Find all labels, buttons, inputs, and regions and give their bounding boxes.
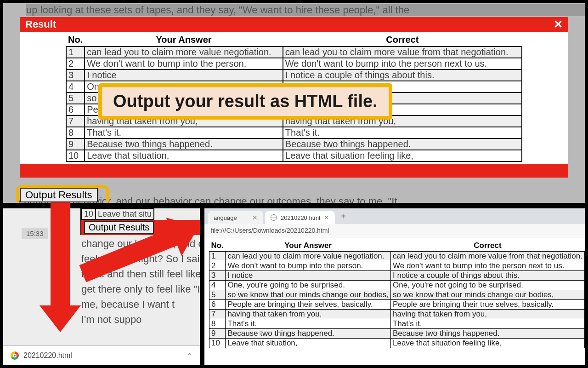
mini-no: 10 — [82, 209, 96, 219]
close-icon[interactable]: ✕ — [554, 18, 563, 31]
cell-your-answer: having that taken from you, — [226, 310, 391, 319]
cell-correct: That's it. — [283, 127, 522, 138]
table-row: 6People are bringing their selves, basic… — [209, 300, 585, 310]
close-icon[interactable]: ✕ — [252, 214, 258, 221]
table-row: 9Because two things happened.Because two… — [66, 138, 522, 150]
cell-no: 7 — [66, 115, 85, 127]
cell-your-answer: I notice — [226, 271, 391, 281]
col-correct: Correct — [390, 241, 584, 252]
cell-correct: can lead you to claim more value from th… — [390, 252, 584, 261]
chevron-up-icon[interactable]: ⌃ — [187, 352, 192, 359]
cell-no: 3 — [66, 69, 85, 81]
new-tab-button[interactable]: + — [337, 211, 350, 222]
table-row: 10Leave that situation,Leave that situat… — [209, 339, 585, 348]
cell-no: 6 — [209, 300, 226, 310]
col-no: No. — [66, 34, 85, 46]
cell-no: 8 — [66, 127, 85, 138]
cell-your-answer: That's it. — [226, 319, 391, 329]
cell-your-answer: People are bringing their selves, basica… — [226, 300, 391, 310]
tab-label: 20210220.html — [281, 214, 320, 221]
cell-your-answer: Leave that situation, — [85, 150, 283, 161]
table-row: 9Because two things happened.Because two… — [209, 329, 585, 339]
cell-no: 9 — [209, 329, 226, 339]
opened-file-panel: anguage ✕ 20210220.html ✕ + file:///C:/U… — [203, 207, 586, 366]
close-icon[interactable]: ✕ — [324, 214, 329, 221]
cell-correct: Because two things happened. — [390, 329, 584, 339]
col-your-answer: Your Answer — [85, 34, 283, 46]
url-bar[interactable]: file:///C:/Users/Downloads/20210220.html — [204, 224, 585, 237]
cell-correct: Leave that situation feeling like, — [390, 339, 584, 348]
arrow-down-icon — [44, 202, 76, 331]
downloaded-filename[interactable]: 20210220.html — [23, 351, 72, 360]
cell-your-answer: We don't want to bump into the person. — [226, 261, 391, 271]
tab-label: anguage — [214, 214, 237, 221]
table-row: 3I noticeI notice a couple of things abo… — [209, 271, 585, 281]
cell-correct: That's it. — [390, 319, 584, 329]
table-row: 4One, you're going to be surprised.One, … — [209, 281, 585, 290]
browser-tab-active[interactable]: 20210220.html ✕ — [265, 211, 335, 224]
cell-correct: People are bringing their true selves, b… — [390, 300, 584, 310]
col-your-answer: Your Answer — [226, 241, 391, 252]
cell-correct: Because two things happened. — [283, 138, 522, 150]
cell-your-answer: can lead you to claim more value negotia… — [85, 46, 283, 58]
browser-tab-prev[interactable]: anguage ✕ — [208, 211, 263, 224]
cell-correct: I notice a couple of things about this. — [283, 69, 522, 81]
cell-correct: having that taken from you, — [390, 310, 584, 319]
cell-no: 7 — [209, 310, 226, 319]
cell-correct: I notice a couple of things about this. — [390, 271, 584, 281]
table-row: 1can lead you to claim more value negoti… — [209, 252, 585, 261]
cell-no: 1 — [66, 46, 85, 58]
cell-your-answer: Because two things happened. — [85, 138, 283, 150]
cell-no: 4 — [209, 281, 226, 290]
output-results-button[interactable]: Output Results — [20, 188, 98, 202]
result-table-file: No. Your Answer Correct 1can lead you to… — [209, 241, 585, 348]
result-title: Result — [25, 18, 56, 30]
cell-no: 2 — [209, 261, 226, 271]
cell-your-answer: That's it. — [85, 127, 283, 138]
cell-your-answer: I notice — [85, 69, 283, 81]
cell-no: 10 — [66, 150, 85, 161]
cell-your-answer: One, you're going to be surprised. — [226, 281, 391, 290]
cell-no: 4 — [66, 81, 85, 92]
transcript-line: me, because I want t — [81, 297, 201, 312]
cell-correct: One, you're not going to be surprised. — [390, 281, 584, 290]
transcript-line: I'm not suppo — [81, 312, 201, 327]
cell-no: 3 — [209, 271, 226, 281]
cell-correct: We don't want to bump into the person ne… — [390, 261, 584, 271]
cell-no: 8 — [209, 319, 226, 329]
cell-correct: so we know that our minds change our bod… — [390, 290, 584, 300]
col-no: No. — [209, 241, 226, 252]
result-footer — [20, 164, 568, 178]
table-row: 10Leave that situation,Leave that situat… — [66, 150, 522, 161]
table-row: 3I noticeI notice a couple of things abo… — [66, 69, 522, 81]
cell-no: 1 — [209, 252, 226, 261]
browser-download-bar[interactable]: 20210220.html ⌃ — [3, 345, 200, 365]
table-row: 1can lead you to claim more value negoti… — [66, 46, 522, 58]
cell-your-answer: can lead you to claim more value negotia… — [226, 252, 391, 261]
result-header: Result ✕ — [20, 17, 568, 32]
cell-your-answer: Because two things happened. — [226, 329, 391, 339]
cell-correct: can lead you to claim more value from th… — [283, 46, 522, 58]
table-row: 8That's it.That's it. — [209, 319, 585, 329]
table-row: 7having that taken from you,having that … — [209, 310, 585, 319]
cell-no: 9 — [66, 138, 85, 150]
cell-no: 2 — [66, 58, 85, 69]
chrome-icon — [11, 351, 19, 360]
cell-your-answer: We don't want to bump into the person. — [85, 58, 283, 69]
table-row: 8That's it.That's it. — [66, 127, 522, 138]
cell-your-answer: so we know that our minds change our bod… — [226, 290, 391, 300]
cell-no: 6 — [66, 104, 85, 115]
table-row: 2We don't want to bump into the person.W… — [209, 261, 585, 271]
instruction-callout: Output your result as HTML file. — [98, 83, 392, 120]
table-row: 5so we know that our minds change our bo… — [209, 290, 585, 300]
cell-no: 10 — [209, 339, 226, 348]
browser-tabstrip: anguage ✕ 20210220.html ✕ + — [204, 208, 585, 224]
cell-no: 5 — [66, 92, 85, 104]
globe-icon — [271, 214, 277, 221]
cell-your-answer: Leave that situation, — [226, 339, 391, 348]
col-correct: Correct — [283, 34, 522, 46]
cell-correct: Leave that situation feeling like, — [283, 150, 522, 161]
cell-no: 5 — [209, 290, 226, 300]
cell-correct: We don't want to bump into the person ne… — [283, 58, 522, 69]
mini-text: Leave that situ — [96, 209, 154, 219]
